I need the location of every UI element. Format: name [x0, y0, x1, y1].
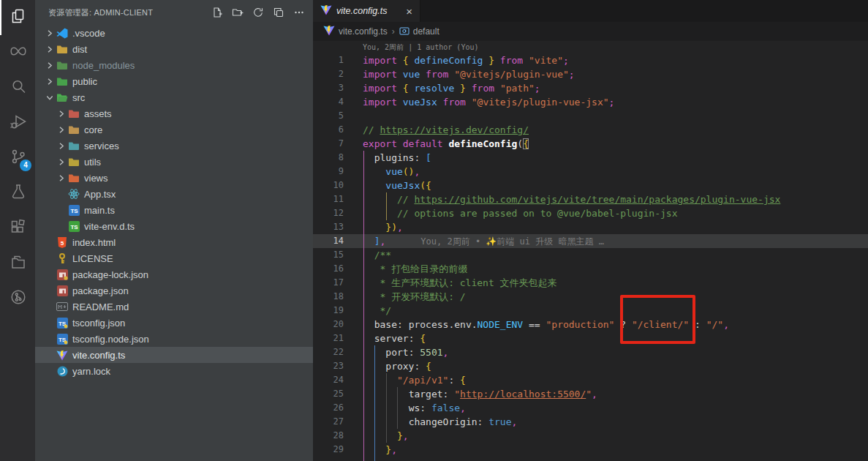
code-line-3[interactable]: 3import { resolve } from "path"; — [313, 81, 868, 95]
refresh-icon[interactable] — [252, 6, 265, 19]
codelens-blame[interactable]: You, 2周前 | 1 author (You) — [313, 41, 868, 53]
code-line-20[interactable]: 20 base: process.env.NODE_ENV == "produc… — [313, 318, 868, 331]
code-line-27[interactable]: 27 changeOrigin: true, — [313, 415, 868, 429]
line-number[interactable]: 15 — [313, 248, 363, 262]
collapse-explorer-icon[interactable] — [272, 6, 285, 19]
line-number[interactable]: 22 — [313, 345, 363, 359]
close-icon[interactable]: × — [404, 6, 414, 17]
code-line-6[interactable]: 6// https://vitejs.dev/config/ — [313, 123, 868, 137]
code-line-1[interactable]: 1import { defineConfig } from "vite"; — [313, 53, 868, 67]
code-line-7[interactable]: 7export default defineConfig({ — [313, 137, 868, 151]
tree-item-assets[interactable]: assets — [35, 105, 313, 121]
tree-item-index.html[interactable]: 5index.html — [35, 234, 313, 250]
tab-vite-config[interactable]: vite.config.ts × — [313, 0, 420, 22]
code-line-10[interactable]: 10 vueJsx({ — [313, 179, 868, 192]
code-line-16[interactable]: 16 * 打包给目录的前缀 — [313, 262, 868, 276]
line-number[interactable]: 24 — [313, 373, 363, 387]
line-number[interactable]: 14 — [313, 234, 363, 248]
new-file-icon[interactable] — [211, 6, 224, 19]
line-number[interactable]: 2 — [313, 67, 363, 81]
line-number[interactable]: 1 — [313, 53, 363, 67]
activity-search-icon[interactable] — [0, 70, 35, 105]
tree-item-services[interactable]: services — [35, 138, 313, 154]
code-line-29[interactable]: 29 }, — [313, 443, 868, 457]
code-line-14[interactable]: 14 ],You, 2周前 • ✨前端 ui 升级 暗黑主题 … — [313, 234, 868, 248]
code-line-19[interactable]: 19 */ — [313, 304, 868, 318]
line-number[interactable]: 4 — [313, 95, 363, 109]
line-number[interactable]: 17 — [313, 276, 363, 290]
breadcrumb-symbol[interactable]: default — [399, 26, 439, 38]
code-line-11[interactable]: 11 // https://github.com/vitejs/vite/tre… — [313, 192, 868, 206]
activity-gitlens-icon[interactable] — [0, 281, 35, 316]
code-line-9[interactable]: 9 vue(), — [313, 165, 868, 179]
activity-run-debug-icon[interactable] — [0, 105, 35, 140]
more-actions-icon[interactable] — [293, 6, 306, 19]
line-number[interactable]: 11 — [313, 192, 363, 206]
code-line-26[interactable]: 26 ws: false, — [313, 401, 868, 415]
code-line-28[interactable]: 28 }, — [313, 429, 868, 443]
line-number[interactable]: 7 — [313, 137, 363, 151]
tree-item-main.ts[interactable]: TSmain.ts — [35, 202, 313, 218]
line-number[interactable]: 8 — [313, 151, 363, 165]
line-number[interactable]: 3 — [313, 81, 363, 95]
tree-item-vite.config.ts[interactable]: vite.config.ts — [35, 347, 313, 363]
tree-item-public[interactable]: public — [35, 73, 313, 89]
line-number[interactable]: 5 — [313, 109, 363, 123]
code-line-25[interactable]: 25 target: "http://localhost:5500/", — [313, 387, 868, 401]
line-number[interactable]: 26 — [313, 401, 363, 415]
code-line-22[interactable]: 22 port: 5501, — [313, 345, 868, 359]
code-line-13[interactable]: 13 }), — [313, 220, 868, 234]
tree-item-App.tsx[interactable]: App.tsx — [35, 186, 313, 202]
line-number[interactable]: 28 — [313, 429, 363, 443]
line-number[interactable]: 16 — [313, 262, 363, 276]
line-number[interactable]: 21 — [313, 331, 363, 345]
tree-item-LICENSE[interactable]: LICENSE — [35, 250, 313, 266]
line-number[interactable]: 18 — [313, 290, 363, 304]
line-number[interactable]: 27 — [313, 415, 363, 429]
code-line-21[interactable]: 21 server: { — [313, 331, 868, 345]
tree-item-core[interactable]: core — [35, 121, 313, 138]
line-number[interactable]: 13 — [313, 220, 363, 234]
tree-item-package.json[interactable]: package.json — [35, 282, 313, 299]
new-folder-icon[interactable] — [231, 6, 244, 19]
line-number[interactable]: 20 — [313, 318, 363, 331]
tree-item-package-lock.json[interactable]: package-lock.json — [35, 266, 313, 282]
line-number[interactable]: 19 — [313, 304, 363, 318]
tree-item-tsconfig.node.json[interactable]: TStsconfig.node.json — [35, 331, 313, 347]
tree-item-vite-env.d.ts[interactable]: TSvite-env.d.ts — [35, 218, 313, 234]
tree-item-tsconfig.json[interactable]: TStsconfig.json — [35, 315, 313, 331]
activity-source-control-icon[interactable]: 4 — [0, 140, 35, 176]
activity-extensions-icon[interactable] — [0, 211, 35, 246]
code-line-5[interactable]: 5 — [313, 109, 868, 123]
breadcrumb-file[interactable]: vite.config.ts — [323, 25, 388, 38]
activity-folders-icon[interactable] — [0, 246, 35, 281]
line-number[interactable]: 25 — [313, 387, 363, 401]
code-line-4[interactable]: 4import vueJsx from "@vitejs/plugin-vue-… — [313, 95, 868, 109]
activity-infinity-icon[interactable] — [0, 35, 35, 70]
code-line-8[interactable]: 8 plugins: [ — [313, 151, 868, 165]
line-number[interactable]: 12 — [313, 206, 363, 220]
tree-item-.vscode[interactable]: .vscode — [35, 25, 313, 41]
activity-testing-icon[interactable] — [0, 176, 35, 211]
line-number[interactable]: 9 — [313, 165, 363, 179]
line-number[interactable]: 29 — [313, 443, 363, 457]
line-number[interactable]: 10 — [313, 179, 363, 192]
activity-files-icon[interactable] — [0, 0, 35, 35]
tree-item-dist[interactable]: dist — [35, 41, 313, 57]
line-number[interactable]: 6 — [313, 123, 363, 137]
code-editor[interactable]: You, 2周前 | 1 author (You) 1import { defi… — [313, 41, 868, 461]
code-line-24[interactable]: 24 "/api/v1": { — [313, 373, 868, 387]
code-line-23[interactable]: 23 proxy: { — [313, 359, 868, 373]
code-line-12[interactable]: 12 // options are passed on to @vue/babe… — [313, 206, 868, 220]
tree-item-yarn.lock[interactable]: yarn.lock — [35, 363, 313, 379]
tree-item-utils[interactable]: utils — [35, 154, 313, 170]
tree-item-node-modules[interactable]: node_modules — [35, 57, 313, 73]
tree-item-README.md[interactable]: README.md — [35, 299, 313, 315]
code-line-18[interactable]: 18 * 开发环境默认: / — [313, 290, 868, 304]
code-line-17[interactable]: 17 * 生产环境默认: client 文件夹包起来 — [313, 276, 868, 290]
code-line-2[interactable]: 2import vue from "@vitejs/plugin-vue"; — [313, 67, 868, 81]
tree-item-src[interactable]: src — [35, 89, 313, 105]
tree-item-views[interactable]: views — [35, 170, 313, 186]
code-line-15[interactable]: 15 /** — [313, 248, 868, 262]
line-number[interactable]: 23 — [313, 359, 363, 373]
